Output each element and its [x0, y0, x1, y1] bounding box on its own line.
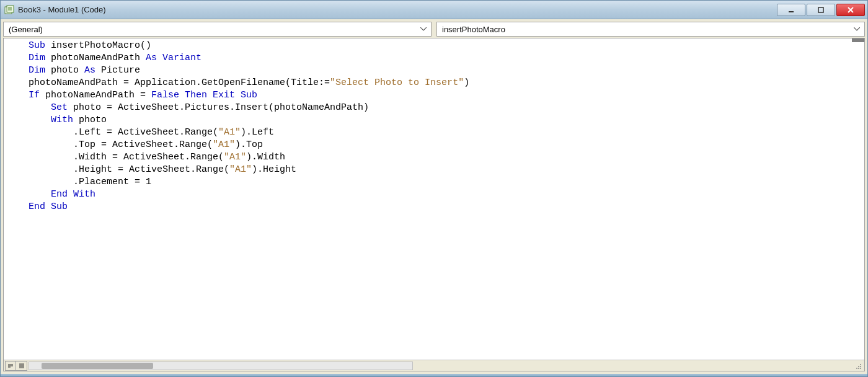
vba-code-window: Book3 - Module1 (Code) (General) inser [0, 0, 868, 377]
procedure-dropdown-value: insertPhotoMacro [442, 25, 505, 34]
title-left: Book3 - Module1 (Code) [4, 5, 106, 15]
code-line[interactable]: Dim photo As Picture [4, 64, 864, 77]
code-line[interactable]: .Placement = 1 [4, 176, 864, 188]
code-line[interactable]: End Sub [4, 201, 864, 213]
code-line[interactable]: Sub insertPhotoMacro() [4, 40, 864, 52]
svg-point-19 [856, 368, 857, 369]
close-button[interactable] [836, 4, 865, 16]
chevron-down-icon [418, 24, 428, 34]
svg-point-21 [860, 364, 861, 365]
editor-container: Sub insertPhotoMacro()Dim photoNameAndPa… [3, 38, 865, 371]
code-line[interactable]: .Left = ActiveSheet.Range("A1").Left [4, 126, 864, 139]
svg-rect-6 [818, 7, 823, 12]
dropdown-row: (General) insertPhotoMacro [3, 22, 865, 37]
svg-point-18 [860, 366, 861, 367]
resize-grip-icon[interactable] [853, 361, 863, 371]
object-dropdown-value: (General) [9, 25, 43, 34]
procedure-dropdown[interactable]: insertPhotoMacro [436, 22, 865, 37]
procedure-view-button[interactable] [5, 361, 16, 371]
window-bottom-border [1, 374, 867, 376]
svg-point-16 [860, 368, 861, 369]
code-line[interactable]: Set photo = ActiveSheet.Pictures.Insert(… [4, 102, 864, 114]
chevron-down-icon [852, 24, 862, 34]
titlebar[interactable]: Book3 - Module1 (Code) [1, 1, 867, 19]
object-dropdown[interactable]: (General) [3, 22, 432, 37]
module-icon [4, 5, 14, 15]
svg-point-17 [858, 368, 859, 369]
code-line[interactable]: End With [4, 188, 864, 201]
window-title: Book3 - Module1 (Code) [18, 5, 106, 14]
horizontal-scrollbar[interactable] [29, 361, 413, 370]
code-line[interactable]: .Top = ActiveSheet.Range("A1").Top [4, 139, 864, 151]
code-line[interactable]: photoNameAndPath = Application.GetOpenFi… [4, 77, 864, 89]
code-line[interactable]: With photo [4, 114, 864, 126]
minimize-button[interactable] [777, 4, 805, 16]
svg-point-20 [858, 366, 859, 367]
code-line[interactable]: Dim photoNameAndPath As Variant [4, 52, 864, 64]
full-module-view-button[interactable] [16, 361, 27, 371]
code-line[interactable]: If photoNameAndPath = False Then Exit Su… [4, 89, 864, 102]
window-controls [777, 4, 865, 16]
code-editor[interactable]: Sub insertPhotoMacro()Dim photoNameAndPa… [4, 38, 864, 360]
editor-bottom-bar [4, 360, 864, 371]
content-area: (General) insertPhotoMacro Sub insertPho… [1, 19, 867, 374]
code-line[interactable]: .Width = ActiveSheet.Range("A1").Width [4, 151, 864, 164]
maximize-button[interactable] [807, 4, 835, 16]
code-line[interactable]: .Height = ActiveSheet.Range("A1").Height [4, 164, 864, 176]
horizontal-scrollbar-thumb[interactable] [42, 363, 153, 369]
